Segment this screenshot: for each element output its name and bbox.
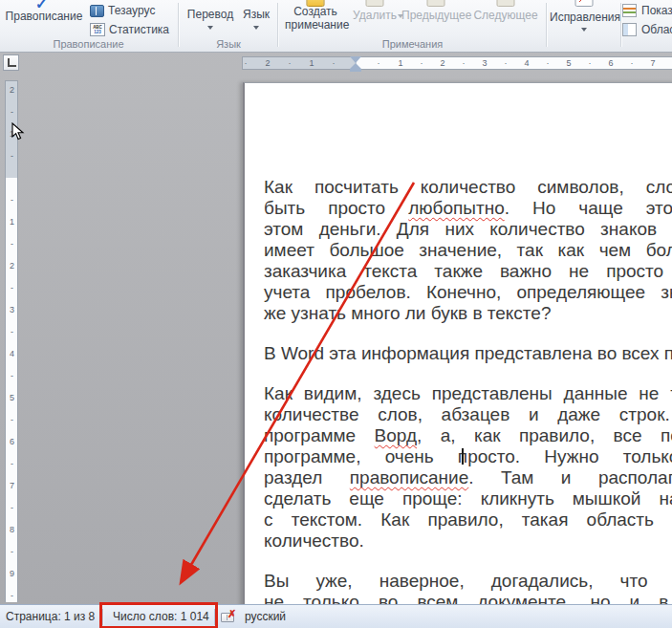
ruler-mark: · [547, 57, 550, 69]
text-line: заказчика текста также важно не просто к… [264, 261, 672, 282]
ruler-mark: 1 [309, 57, 314, 69]
paragraph: Как посчитать количество символов, слов … [264, 177, 672, 324]
text-line: количестве слов, абзацев и даже строк. Н… [264, 404, 672, 425]
language-group-label: Язык [180, 38, 277, 50]
misspelled-word: любопытно [408, 198, 505, 218]
reviewing-pane-label: Область проверки [641, 23, 672, 36]
chevron-down-icon [253, 26, 259, 30]
word-count-indicator[interactable]: Число слов: 1 014 [113, 605, 209, 628]
comments-group-label: Примечания [279, 38, 546, 50]
text-run: имеет большое значение, так как чем боль… [264, 240, 672, 260]
new-comment-label-2: примечание [285, 18, 346, 32]
text-run: учета пробелов. Конечно, определяющее зн… [264, 282, 672, 302]
ruler-mark: - [4, 590, 20, 601]
ruler-mark: 8 [4, 524, 20, 535]
text-run: . Там и располагается статистика. Но [468, 467, 672, 487]
page-indicator[interactable]: Страница: 1 из 8 [6, 605, 95, 628]
document-page[interactable]: Как посчитать количество символов, слов … [243, 82, 672, 628]
ruler-mark: 5 [4, 392, 20, 403]
ribbon: ABC✓ Правописание Тезаурус ABC123 Статис… [0, 0, 672, 53]
ruler-mark: 2 [265, 57, 270, 69]
left-indent-marker[interactable] [350, 69, 361, 72]
word-count-button[interactable]: ABC123 Статистика [90, 23, 169, 36]
text-line: Как посчитать количество символов, слов … [264, 177, 672, 198]
show-markup-label: Показать исправления [641, 4, 672, 17]
next-comment-icon [497, 0, 515, 7]
show-markup-button[interactable]: Показать исправления [622, 4, 672, 17]
document-text[interactable]: Как посчитать количество символов, слов … [264, 177, 672, 628]
word-window: { "ribbon": { "groups": [ {"label": "Пра… [0, 0, 672, 628]
text-run: быть просто [264, 198, 408, 218]
next-comment-label: Следующее [472, 9, 539, 22]
text-caret [462, 448, 464, 465]
thesaurus-button[interactable]: Тезаурус [90, 4, 155, 17]
ruler-margin-area [242, 56, 357, 70]
text-run: Как посчитать количество символов, слов … [264, 177, 672, 197]
ruler-mark: 6 [608, 57, 613, 69]
text-line: с текстом. Как правило, такая область от… [264, 509, 672, 531]
ruler-mark: 3 [4, 304, 20, 315]
previous-comment-icon [427, 0, 445, 7]
ruler-mark: - [4, 546, 20, 557]
language-indicator[interactable]: русский [245, 605, 286, 628]
ruler-mark: 2 [440, 57, 444, 69]
text-line: Как видим, здесь представлены данные не … [264, 383, 672, 404]
translate-label: Перевод [184, 8, 237, 21]
text-run: количество. [264, 531, 364, 551]
ruler-mark: - [4, 150, 20, 162]
text-run: программе, очень просто. Нужно только от… [264, 446, 672, 466]
track-changes-icon [575, 0, 594, 7]
ruler-mark: 5 [566, 57, 571, 69]
first-line-indent-marker[interactable] [350, 56, 361, 63]
status-divider [102, 609, 103, 625]
chevron-down-icon [581, 28, 587, 32]
ruler-mark: - [4, 194, 20, 206]
reviewing-pane-icon [622, 23, 637, 36]
text-run: сделать еще проще: кликнуть мышкой на ни… [264, 488, 672, 509]
ruler-mark: · [505, 57, 508, 69]
misspelled-word: Ворд [375, 425, 417, 445]
text-run: с текстом. Как правило, такая область от… [264, 509, 672, 530]
group-separator [620, 3, 621, 47]
text-line: количество. [264, 531, 672, 552]
ruler-mark: - [4, 282, 20, 293]
text-line: же узнать много ли букв в тексте? [264, 303, 672, 324]
group-separator [178, 3, 179, 47]
vertical-ruler[interactable]: 2-1--1-2-3-4-5-6-7-8-9- [4, 80, 20, 602]
text-line: учета пробелов. Конечно, определяющее зн… [264, 282, 672, 303]
text-line: Вы уже, наверное, догадались, что опреде… [264, 571, 672, 592]
delete-comment-icon [366, 0, 384, 7]
ruler-mark: 7 [650, 57, 655, 69]
ruler-mark: 7 [4, 480, 20, 491]
tab-selector[interactable] [3, 54, 19, 71]
group-separator [546, 3, 547, 47]
text-run: программе [264, 425, 375, 445]
ruler-mark: · [245, 57, 248, 69]
ruler-mark: 4 [4, 348, 20, 359]
reviewing-pane-button[interactable]: Область проверки [622, 23, 672, 36]
text-run: , а, как правило, все пользуются именно … [417, 425, 672, 445]
ruler-mark: · [289, 57, 292, 69]
status-divider [214, 609, 215, 625]
text-run: . Но чаще это интересует тех, кто [505, 198, 672, 218]
ruler-mark: - [4, 414, 20, 425]
text-line: сделать еще проще: кликнуть мышкой на ни… [264, 488, 672, 509]
ribbon-group-language: Перевод Язык Язык [180, 0, 277, 52]
horizontal-ruler[interactable]: ·2·1··1·2·3·4·5·6·7 [242, 54, 672, 73]
proofing-error-mark: ✗ [228, 608, 236, 619]
track-changes-label: Исправления [550, 11, 618, 24]
ruler-mark: · [378, 57, 380, 69]
ruler-mark: - [4, 502, 20, 513]
ruler-mark: - [4, 238, 20, 249]
ribbon-group-comments: Создать примечание Удалить Предыдущее Сл… [279, 0, 546, 52]
ruler-mark: · [631, 57, 634, 69]
ruler-mark: - [4, 106, 20, 118]
text-run: В Word эта информация представлена во вс… [264, 343, 672, 363]
language-label: Язык [237, 8, 275, 21]
track-changes-button[interactable]: Исправления [550, 0, 618, 48]
ruler-mark: 1 [4, 216, 20, 227]
text-line: программе Ворд, а, как правило, все поль… [264, 425, 672, 446]
thesaurus-icon [90, 5, 104, 17]
ruler-mark: 3 [482, 57, 487, 69]
new-comment-label-1: Создать [285, 5, 346, 18]
